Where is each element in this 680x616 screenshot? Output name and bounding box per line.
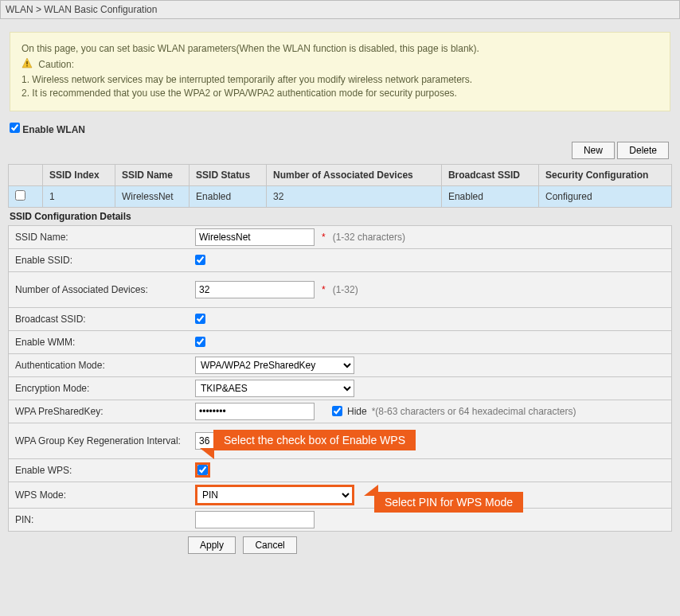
notice-panel: On this page, you can set basic WLAN par… xyxy=(10,32,670,111)
assoc-hint: (1-32) xyxy=(333,284,358,295)
col-ssid-status: SSID Status xyxy=(190,164,267,185)
cell-idx: 1 xyxy=(43,185,115,207)
pin-label: PIN: xyxy=(9,511,189,528)
required-mark: * xyxy=(322,284,326,295)
caution-label: Caution: xyxy=(38,59,74,70)
psk-hint: *(8-63 characters or 64 hexadecimal char… xyxy=(372,406,576,417)
new-button[interactable]: New xyxy=(572,142,615,159)
section-title: SSID Configuration Details xyxy=(0,208,680,225)
col-security: Security Configuration xyxy=(538,164,671,185)
enc-mode-select[interactable]: TKIP&AES xyxy=(195,380,354,397)
broadcast-ssid-label: Broadcast SSID: xyxy=(9,310,189,328)
ssid-name-label: SSID Name: xyxy=(9,228,189,246)
enable-ssid-label: Enable SSID: xyxy=(9,251,189,269)
enable-wmm-label: Enable WMM: xyxy=(9,333,189,351)
callout-wps-mode: Select PIN for WPS Mode xyxy=(375,493,522,512)
col-assoc: Number of Associated Devices xyxy=(267,164,442,185)
cell-sec: Configured xyxy=(538,185,671,207)
ssid-table: SSID Index SSID Name SSID Status Number … xyxy=(8,164,672,208)
wps-mode-label: WPS Mode: xyxy=(9,486,189,504)
col-ssid-index: SSID Index xyxy=(43,164,115,185)
auth-mode-label: Authentication Mode: xyxy=(9,357,189,374)
hide-psk-checkbox[interactable] xyxy=(332,406,342,416)
regen-label: WPA Group Key Regeneration Interval: xyxy=(9,431,189,451)
broadcast-ssid-checkbox[interactable] xyxy=(195,314,205,324)
psk-input[interactable] xyxy=(195,403,315,420)
notice-line1: 1. Wireless network services may be inte… xyxy=(21,73,659,87)
apply-button[interactable]: Apply xyxy=(188,536,236,554)
col-ssid-name: SSID Name xyxy=(115,164,189,185)
hide-label: Hide xyxy=(347,406,367,417)
enable-ssid-checkbox[interactable] xyxy=(195,255,205,265)
enable-wps-checkbox[interactable] xyxy=(197,465,208,475)
enable-wmm-checkbox[interactable] xyxy=(195,337,205,347)
wps-mode-select[interactable]: PIN xyxy=(195,485,354,505)
enable-wlan-label: Enable WLAN xyxy=(22,124,85,135)
breadcrumb: WLAN > WLAN Basic Configuration xyxy=(0,0,680,19)
ssid-name-hint: (1-32 characters) xyxy=(333,232,405,243)
auth-mode-select[interactable]: WPA/WPA2 PreSharedKey xyxy=(195,357,354,374)
notice-line2: 2. It is recommended that you use the WP… xyxy=(21,87,659,100)
required-mark: * xyxy=(322,232,326,243)
notice-intro: On this page, you can set basic WLAN par… xyxy=(21,42,659,56)
delete-button[interactable]: Delete xyxy=(617,142,669,159)
warning-icon xyxy=(21,57,33,72)
svg-rect-1 xyxy=(26,61,27,64)
callout-enable-wps: Select the check box of Enable WPS xyxy=(214,431,415,450)
assoc-label: Number of Associated Devices: xyxy=(9,279,189,300)
enable-wps-label: Enable WPS: xyxy=(9,462,189,479)
cell-bcast: Enabled xyxy=(441,185,538,207)
cell-status: Enabled xyxy=(190,185,267,207)
svg-rect-2 xyxy=(26,65,27,66)
cell-assoc: 32 xyxy=(267,185,442,207)
enable-wps-highlight xyxy=(195,462,210,478)
enable-wlan-checkbox[interactable] xyxy=(10,123,20,133)
enc-mode-label: Encryption Mode: xyxy=(9,380,189,397)
ssid-name-input[interactable] xyxy=(195,228,315,246)
row-select-checkbox[interactable] xyxy=(15,190,25,201)
psk-label: WPA PreSharedKey: xyxy=(9,403,189,420)
cell-name: WirelessNet xyxy=(115,185,189,207)
pin-input[interactable] xyxy=(195,511,315,528)
table-row[interactable]: 1 WirelessNet Enabled 32 Enabled Configu… xyxy=(9,185,672,207)
assoc-input[interactable] xyxy=(195,281,315,298)
cancel-button[interactable]: Cancel xyxy=(243,536,296,554)
col-broadcast: Broadcast SSID xyxy=(441,164,538,185)
